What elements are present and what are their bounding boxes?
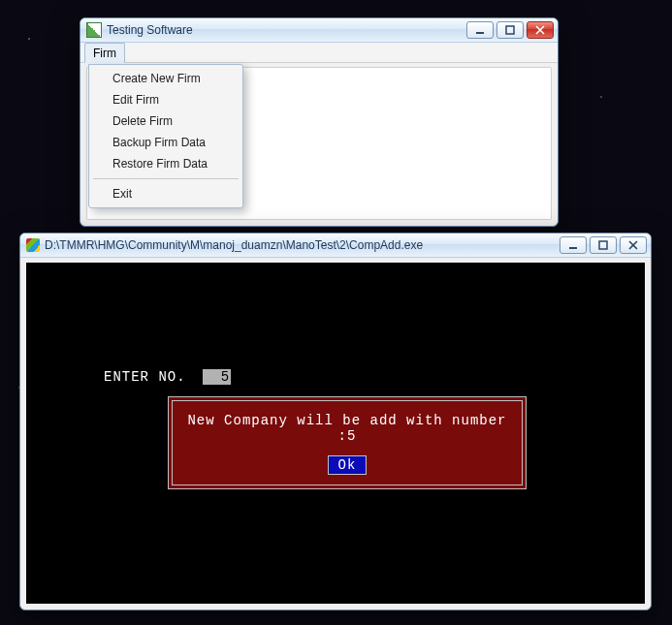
menu-item-edit-firm[interactable]: Edit Firm	[89, 89, 242, 110]
menu-firm[interactable]: Firm	[84, 43, 125, 63]
menu-item-create-new-firm[interactable]: Create New Firm	[89, 68, 242, 89]
svg-rect-1	[506, 26, 514, 34]
menu-item-restore-firm-data[interactable]: Restore Firm Data	[89, 153, 242, 174]
titlebar[interactable]: D:\TMMR\HMG\Community\M\manoj_duamzn\Man…	[20, 234, 651, 258]
menubar: Firm	[80, 43, 558, 63]
menu-item-delete-firm[interactable]: Delete Firm	[89, 110, 242, 132]
window-console: D:\TMMR\HMG\Community\M\manoj_duamzn\Man…	[19, 233, 652, 610]
titlebar[interactable]: Testing Software	[80, 18, 558, 43]
dialog-message: New Company will be add with number :5	[180, 413, 514, 444]
window-controls	[466, 21, 554, 39]
app-icon	[86, 22, 102, 38]
maximize-button[interactable]	[590, 236, 617, 254]
menu-item-exit[interactable]: Exit	[89, 183, 242, 204]
window-controls	[560, 236, 647, 254]
confirm-dialog: New Company will be add with number :5 O…	[168, 396, 527, 489]
console-area: ENTER NO. 5 New Company will be add with…	[26, 263, 645, 604]
menu-separator	[93, 178, 239, 179]
svg-rect-3	[599, 241, 607, 249]
minimize-button[interactable]	[466, 21, 494, 39]
window-title: D:\TMMR\HMG\Community\M\manoj_duamzn\Man…	[45, 238, 560, 252]
close-button[interactable]	[527, 21, 554, 39]
window-title: Testing Software	[107, 23, 466, 37]
ok-button[interactable]: Ok	[328, 455, 368, 475]
svg-rect-0	[476, 32, 484, 34]
menu-item-backup-firm-data[interactable]: Backup Firm Data	[89, 132, 242, 153]
desktop: Testing Software Firm Create New Firm Ed…	[0, 0, 672, 625]
window-testing-software: Testing Software Firm Create New Firm Ed…	[80, 17, 559, 227]
svg-rect-2	[569, 247, 577, 249]
windows-flag-icon	[26, 238, 40, 252]
dialog-inner: New Company will be add with number :5 O…	[172, 400, 523, 485]
enter-no-input[interactable]: 5	[203, 369, 231, 385]
maximize-button[interactable]	[496, 21, 524, 39]
prompt-label: ENTER NO.	[104, 369, 186, 385]
console-prompt-row: ENTER NO. 5	[104, 369, 231, 385]
minimize-button[interactable]	[560, 236, 587, 254]
close-button[interactable]	[620, 236, 647, 254]
menu-firm-dropdown: Create New Firm Edit Firm Delete Firm Ba…	[88, 64, 243, 208]
